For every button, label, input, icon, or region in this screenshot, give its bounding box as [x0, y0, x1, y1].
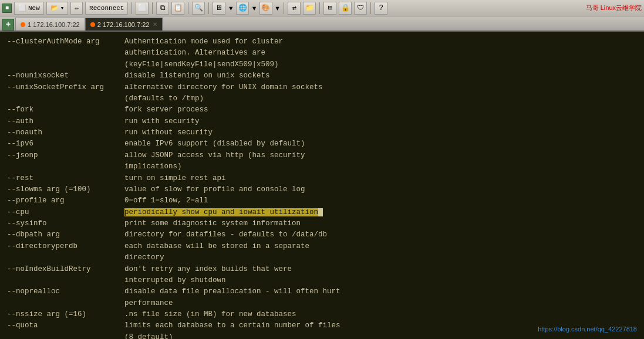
separator-2	[152, 2, 153, 14]
desc-cell: disable listening on unix sockets	[124, 70, 637, 82]
desc-cell: don't retry any index builds that were	[124, 264, 637, 275]
cmd-cell: --fork	[7, 104, 124, 116]
separator-5	[284, 2, 284, 14]
network-button[interactable]: 🌐	[236, 2, 249, 15]
desc-cell: print some diagnostic system information	[124, 218, 637, 229]
table-row: implications)	[7, 161, 637, 172]
table-row: interrupted by shutdown	[7, 275, 637, 286]
desc-cell: authentication. Alternatives are	[124, 48, 637, 59]
desc-cell: implications)	[124, 161, 637, 172]
tab-1[interactable]: 1 172.16.100.7:22	[15, 18, 85, 30]
desc-cell: enable IPv6 support (disabled by default…	[124, 138, 637, 150]
separator-6	[319, 2, 320, 14]
desc-cell: interrupted by shutdown	[124, 275, 637, 286]
cmd-cell	[7, 59, 124, 70]
cmd-cell: --nounixsocket	[7, 70, 124, 82]
table-row: performance	[7, 298, 637, 309]
title-bar: ■ ⬜ New 📂▾ ✏ Reconnect ⬜ ⧉ 📋 🔍 🖥▾ 🌐▾ 🎨▾ …	[0, 0, 644, 16]
table-row: --cpuperiodically show cpu and iowait ut…	[7, 207, 637, 218]
desc-cell: (keyFile|sendKeyFile|sendX509|x509)	[124, 59, 637, 70]
desc-cell: 0=off 1=slow, 2=all	[124, 195, 637, 206]
cmd-cell: --rest	[7, 173, 124, 184]
color-button[interactable]: 🎨	[259, 2, 272, 15]
new-label: New	[28, 5, 40, 12]
tab-2-close[interactable]: ✕	[153, 21, 157, 28]
desc-cell: each database will be stored in a separa…	[124, 241, 637, 252]
cmd-cell: --noauth	[7, 127, 124, 138]
terminal-table: --clusterAuthMode argAuthentication mode…	[7, 36, 637, 339]
desc-cell: run with security	[124, 116, 637, 127]
cmd-cell: --dbpath arg	[7, 229, 124, 240]
table-row: --nssize arg (=16).ns file size (in MB) …	[7, 309, 637, 320]
cmd-cell	[7, 93, 124, 104]
table-row: --directoryperdbeach database will be st…	[7, 241, 637, 252]
branding-text: 马哥 Linux云维学院	[586, 4, 642, 12]
desc-cell: fork server process	[124, 104, 637, 116]
cmd-cell: --ipv6	[7, 138, 124, 150]
add-tab-button[interactable]: +	[2, 19, 14, 30]
terminal-area[interactable]: --clusterAuthMode argAuthentication mode…	[0, 32, 644, 339]
terminal-cursor	[318, 208, 323, 216]
copy-button[interactable]: ⧉	[156, 2, 169, 15]
cmd-cell: --nssize arg (=16)	[7, 309, 124, 320]
tab-bar: + 1 172.16.100.7:22 2 172.16.100.7:22 ✕	[0, 16, 644, 32]
grid-button[interactable]: ⊞	[323, 2, 336, 15]
table-row: --unixSocketPrefix argalternative direct…	[7, 82, 637, 93]
cmd-cell: --cpu	[7, 207, 124, 218]
desc-cell: .ns file size (in MB) for new databases	[124, 309, 637, 320]
table-row: --sysinfoprint some diagnostic system in…	[7, 218, 637, 229]
reconnect-label: Reconnect	[89, 5, 124, 12]
table-row: --restturn on simple rest api	[7, 173, 637, 184]
table-row: (defaults to /tmp)	[7, 93, 637, 104]
edit-button[interactable]: ✏	[70, 2, 83, 15]
new-button[interactable]: ⬜ New	[14, 2, 44, 15]
cmd-cell: --unixSocketPrefix arg	[7, 82, 124, 93]
cmd-cell: --clusterAuthMode arg	[7, 36, 124, 48]
cmd-cell	[7, 332, 124, 339]
paste-button[interactable]: 📋	[171, 2, 184, 15]
table-row: --dbpath argdirectory for datafiles - de…	[7, 229, 637, 240]
tab-2-indicator	[90, 22, 95, 27]
desc-cell: (defaults to /tmp)	[124, 93, 637, 104]
cmd-cell	[7, 252, 124, 263]
shield-button[interactable]: 🛡	[354, 2, 367, 15]
duplicate-button[interactable]: ⬜	[136, 2, 149, 15]
desc-cell: allow JSONP access via http (has securit…	[124, 150, 637, 161]
desc-cell: turn on simple rest api	[124, 173, 637, 184]
desc-cell: run without security	[124, 127, 637, 138]
cmd-cell: --noprealloc	[7, 286, 124, 297]
tab-2[interactable]: 2 172.16.100.7:22 ✕	[85, 18, 163, 30]
title-right: 马哥 Linux云维学院	[586, 4, 642, 12]
monitor-button[interactable]: 🖥	[213, 2, 225, 15]
separator-1	[132, 2, 132, 14]
transfer-button[interactable]: ⇄	[288, 2, 301, 15]
tab-1-label: 1 172.16.100.7:22	[28, 21, 80, 28]
cmd-cell: --slowms arg (=100)	[7, 184, 124, 195]
desc-cell: performance	[124, 298, 637, 309]
table-row: --noauthrun without security	[7, 127, 637, 138]
table-row: --noIndexBuildRetrydon't retry any index…	[7, 264, 637, 275]
table-row: --clusterAuthMode argAuthentication mode…	[7, 36, 637, 48]
app-icon: ■	[2, 4, 12, 13]
table-row: (keyFile|sendKeyFile|sendX509|x509)	[7, 59, 637, 70]
cmd-cell	[7, 161, 124, 172]
cmd-cell: --profile arg	[7, 195, 124, 206]
lock-button[interactable]: 🔒	[339, 2, 352, 15]
table-row: --nounixsocketdisable listening on unix …	[7, 70, 637, 82]
desc-cell: directory	[124, 252, 637, 263]
pencil-icon: ✏	[75, 4, 79, 12]
separator-3	[188, 2, 188, 14]
cmd-cell: --noIndexBuildRetry	[7, 264, 124, 275]
sftp-button[interactable]: 📁	[303, 2, 316, 15]
cmd-cell	[7, 298, 124, 309]
folder-icon: 📂	[50, 4, 59, 12]
desc-cell: Authentication mode used for cluster	[124, 36, 637, 48]
table-row: --jsonpallow JSONP access via http (has …	[7, 150, 637, 161]
help-button[interactable]: ?	[375, 2, 387, 15]
table-row: --ipv6enable IPv6 support (disabled by d…	[7, 138, 637, 150]
cmd-cell: --sysinfo	[7, 218, 124, 229]
reconnect-button[interactable]: Reconnect	[85, 2, 128, 15]
new-icon: ⬜	[18, 4, 26, 12]
find-button[interactable]: 🔍	[192, 2, 205, 15]
open-button[interactable]: 📂▾	[46, 2, 69, 15]
